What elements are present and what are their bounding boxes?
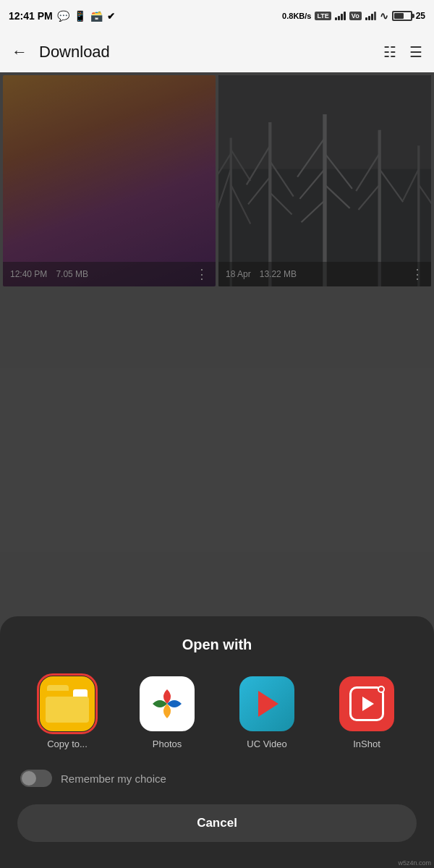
- app-label-copyto: Copy to...: [47, 739, 88, 749]
- remember-label: Remember my choice: [61, 773, 166, 785]
- sheet-title: Open with: [17, 637, 417, 653]
- app-label-inshot: InShot: [353, 739, 380, 749]
- app-icon-ucvideo: [239, 676, 294, 731]
- page-title: Download: [39, 43, 372, 61]
- grid-view-icon[interactable]: ☷: [383, 43, 396, 61]
- dropbox-icon: 🗃️: [90, 10, 103, 22]
- app-item-ucvideo[interactable]: UC Video: [234, 676, 299, 749]
- toggle-thumb: [22, 771, 36, 786]
- play-triangle-icon: [258, 691, 278, 717]
- app-label-photos: Photos: [153, 739, 182, 749]
- msg-icon: 💬: [57, 10, 69, 22]
- status-right: 0.8KB/s LTE Vo ∿ 25: [282, 10, 425, 22]
- speed-indicator: 0.8KB/s: [282, 12, 311, 20]
- lte-badge: LTE: [315, 12, 331, 20]
- whatsapp-icon: 📱: [74, 10, 86, 22]
- cancel-button[interactable]: Cancel: [17, 804, 417, 842]
- signal-bars-1: [335, 12, 346, 20]
- app-icon-inshot: [339, 676, 394, 731]
- battery-level: 25: [416, 11, 425, 21]
- bottom-sheet: Open with Copy to...: [0, 616, 434, 868]
- pinwheel-svg: [150, 686, 184, 721]
- signal-bars-2: [365, 12, 376, 20]
- photos-icon: [140, 676, 195, 731]
- app-label-ucvideo: UC Video: [247, 739, 286, 749]
- status-left: 12:41 PM 💬 📱 🗃️ ✔: [9, 10, 115, 22]
- top-actions: ☷ ☰: [383, 43, 422, 61]
- status-bar: 12:41 PM 💬 📱 🗃️ ✔ 0.8KB/s LTE Vo ∿ 25: [0, 0, 434, 32]
- remember-row: Remember my choice: [17, 770, 417, 787]
- app-item-inshot[interactable]: InShot: [334, 676, 399, 749]
- app-item-copyto[interactable]: Copy to...: [35, 676, 100, 749]
- inshot-play-icon: [362, 697, 374, 711]
- folder-body: [46, 697, 89, 723]
- lte-badge-2: Vo: [349, 12, 362, 20]
- inshot-dot: [378, 686, 385, 693]
- app-icon-copyto: [40, 676, 95, 731]
- ucvideo-icon: [239, 676, 294, 731]
- inshot-icon: [339, 676, 394, 731]
- app-item-photos[interactable]: Photos: [135, 676, 200, 749]
- remember-toggle[interactable]: [20, 770, 52, 787]
- battery-indicator: [392, 11, 412, 21]
- watermark: w5z4n.com: [398, 859, 431, 867]
- app-icon-photos: [140, 676, 195, 731]
- status-time: 12:41 PM: [9, 10, 53, 22]
- back-button[interactable]: ←: [12, 43, 27, 61]
- top-bar: ← Download ☷ ☰: [0, 32, 434, 72]
- wifi-icon: ∿: [380, 10, 388, 22]
- apps-row: Copy to...: [17, 676, 417, 749]
- copyto-icon: [40, 676, 95, 731]
- battery-fill: [394, 13, 404, 19]
- filter-icon[interactable]: ☰: [409, 43, 422, 61]
- check-icon: ✔: [107, 11, 115, 22]
- inshot-frame: [349, 686, 384, 721]
